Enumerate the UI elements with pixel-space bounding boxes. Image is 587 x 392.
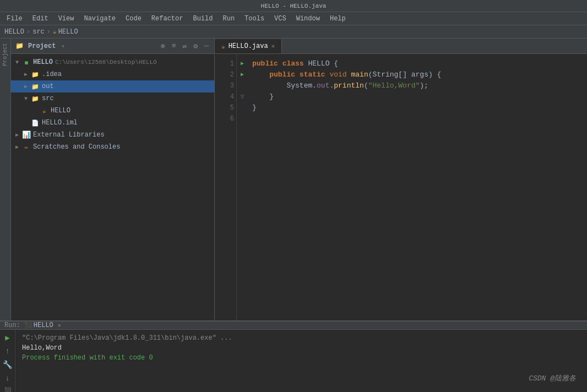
tree-item-hello-iml[interactable]: ▶ 📄 HELLO.iml — [11, 117, 214, 129]
hello-root-path: C:\Users\12566\Desktop\HELLO — [55, 59, 157, 66]
code-content[interactable]: public class HELLO { public static void … — [248, 54, 587, 320]
window-title: HELLO - HELLO.java — [4, 3, 583, 9]
tab-java-icon: ☕ — [221, 43, 225, 50]
tree-item-out[interactable]: ▶ 📁 out — [11, 80, 214, 92]
line-num-1: 1 — [217, 58, 234, 69]
bottom-panel: Run: ⬛ HELLO ✕ ▶ ↑ 🔧 ↓ ⬛ ⇌ "C:\Program F… — [0, 320, 587, 392]
project-toolbar: 📁 Project ▾ ⊕ ≡ ⇌ ⚙ — — [11, 39, 214, 54]
breadcrumb-sep1: › — [26, 28, 30, 36]
run-indicators: ▶ ▶ ▽ — [237, 54, 248, 320]
toolbar-add-icon[interactable]: ⊕ — [160, 41, 166, 51]
run-stop-button[interactable]: ⬛ — [3, 386, 12, 392]
menu-code[interactable]: Code — [121, 14, 146, 24]
menu-view[interactable]: View — [54, 14, 79, 24]
code-line-6 — [252, 113, 583, 124]
breadcrumb-src[interactable]: src — [32, 28, 45, 36]
side-strip: Project — [0, 39, 11, 320]
breadcrumb-hello[interactable]: HELLO — [4, 28, 24, 36]
breadcrumb-sep2: › — [47, 28, 51, 36]
run-output: "C:\Program Files\Java\jdk1.8.0_311\bin\… — [15, 330, 587, 392]
run-tab-icon: ⬛ — [25, 322, 31, 329]
main-area: Project 📁 Project ▾ ⊕ ≡ ⇌ ⚙ — ▼ ◼ HELLO … — [0, 39, 587, 320]
hello-java-icon: ☕ — [40, 106, 48, 115]
code-editor[interactable]: 1 2 3 4 5 6 ▶ ▶ ▽ — [215, 54, 587, 320]
editor-area: ☕ HELLO.java ✕ 1 2 3 4 5 6 ▶ ▶ — [215, 39, 587, 320]
line-num-3: 3 — [217, 80, 234, 91]
arrow-out: ▶ — [24, 83, 31, 90]
out-folder-icon: 📁 — [31, 82, 40, 91]
project-title: Project — [28, 42, 56, 50]
menu-vcs[interactable]: VCS — [270, 14, 291, 24]
run-arrow-1[interactable]: ▶ — [241, 58, 244, 69]
idea-folder-icon: 📁 — [31, 70, 40, 79]
run-tab-bar: Run: ⬛ HELLO ✕ — [0, 322, 587, 330]
watermark: CSDN @陆雅各 — [529, 373, 576, 383]
tab-label: HELLO.java — [229, 42, 268, 50]
menu-navigate[interactable]: Navigate — [79, 14, 120, 24]
run-arrow-2[interactable]: ▶ — [241, 69, 244, 80]
run-down-button[interactable]: ↓ — [4, 373, 10, 384]
hello-project-icon: ◼ — [22, 58, 31, 67]
toolbar-collapse-icon[interactable]: — — [203, 41, 210, 51]
fold-marker-4[interactable]: ▽ — [240, 91, 244, 102]
menu-build[interactable]: Build — [188, 14, 217, 24]
project-side-label[interactable]: Project — [1, 41, 9, 68]
line-num-5: 5 — [217, 102, 234, 113]
run-toolbar: ▶ ↑ 🔧 ↓ ⬛ ⇌ — [0, 330, 15, 392]
line-numbers: 1 2 3 4 5 6 — [215, 54, 237, 320]
project-dropdown-icon[interactable]: ▾ — [61, 43, 64, 50]
src-label: src — [42, 95, 54, 102]
tree-item-src[interactable]: ▼ 📁 src — [11, 92, 214, 105]
breadcrumb-java-icon: ☕ — [53, 28, 57, 35]
code-line-4: } — [252, 91, 583, 102]
src-folder-icon: 📁 — [31, 94, 40, 103]
breadcrumb-file[interactable]: ☕ HELLO — [53, 28, 78, 36]
tab-close-button[interactable]: ✕ — [271, 43, 275, 50]
ext-libs-icon: 📊 — [22, 130, 31, 139]
project-folder-icon: 📁 — [15, 42, 24, 50]
tab-hello-java[interactable]: ☕ HELLO.java ✕ — [215, 39, 282, 53]
menu-run[interactable]: Run — [218, 14, 239, 24]
run-up-button[interactable]: ↑ — [4, 346, 10, 357]
tree-item-idea[interactable]: ▶ 📁 .idea — [11, 68, 214, 80]
menu-bar: File Edit View Navigate Code Refactor Bu… — [0, 12, 587, 25]
line-num-6: 6 — [217, 113, 234, 124]
arrow-src: ▼ — [24, 96, 31, 102]
line-num-2: 2 — [217, 69, 234, 80]
project-panel: 📁 Project ▾ ⊕ ≡ ⇌ ⚙ — ▼ ◼ HELLO C:\Users… — [11, 39, 215, 320]
menu-edit[interactable]: Edit — [28, 14, 53, 24]
idea-label: .idea — [42, 70, 62, 78]
arrow-ext-libs: ▶ — [15, 132, 22, 138]
run-tab-label: HELLO — [34, 322, 53, 329]
run-tab-close[interactable]: ✕ — [58, 322, 61, 329]
menu-help[interactable]: Help — [325, 14, 350, 24]
hello-iml-icon: 📄 — [31, 118, 40, 127]
tab-bar: ☕ HELLO.java ✕ — [215, 39, 587, 54]
toolbar-settings-icon[interactable]: ⚙ — [192, 41, 199, 51]
run-label: Run: — [4, 322, 20, 329]
arrow-hello: ▼ — [15, 59, 22, 66]
line-num-4: 4 — [217, 91, 234, 102]
scratches-label: Scratches and Consoles — [33, 143, 120, 151]
ext-libs-label: External Libraries — [33, 131, 105, 139]
out-label: out — [42, 83, 54, 90]
toolbar-sync-icon[interactable]: ⇌ — [182, 41, 188, 51]
menu-refactor[interactable]: Refactor — [147, 14, 188, 24]
arrow-scratches: ▶ — [15, 144, 22, 150]
tree-item-ext-libs[interactable]: ▶ 📊 External Libraries — [11, 129, 214, 141]
toolbar-list-icon[interactable]: ≡ — [171, 41, 177, 51]
hello-root-label: HELLO — [33, 58, 53, 66]
run-wrench-button[interactable]: 🔧 — [2, 359, 13, 371]
run-play-button[interactable]: ▶ — [4, 332, 10, 344]
tree-item-hello-java[interactable]: ▶ ☕ HELLO — [11, 105, 214, 117]
tree-item-scratches[interactable]: ▶ ✏ Scratches and Consoles — [11, 141, 214, 153]
tree-item-hello-root[interactable]: ▼ ◼ HELLO C:\Users\12566\Desktop\HELLO — [11, 56, 214, 68]
menu-tools[interactable]: Tools — [240, 14, 269, 24]
menu-window[interactable]: Window — [292, 14, 324, 24]
output-line-1: "C:\Program Files\Java\jdk1.8.0_311\bin\… — [22, 333, 580, 343]
menu-file[interactable]: File — [2, 14, 27, 24]
run-tab-hello[interactable]: ⬛ HELLO ✕ — [25, 322, 61, 329]
hello-java-label: HELLO — [51, 107, 70, 115]
output-line-2: Hello,Word — [22, 343, 580, 353]
hello-iml-label: HELLO.iml — [42, 119, 78, 127]
